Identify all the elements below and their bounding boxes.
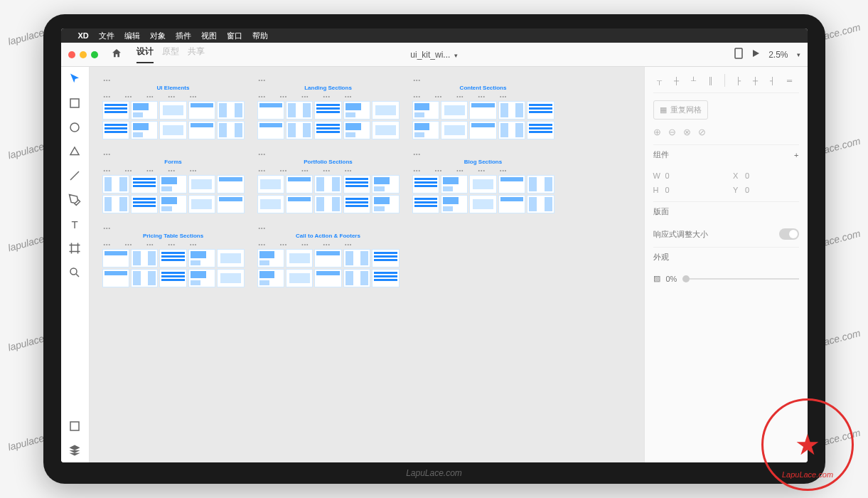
artboard[interactable] — [469, 175, 496, 194]
artboard[interactable] — [131, 175, 158, 194]
artboard[interactable] — [286, 175, 313, 194]
layers-panel-icon[interactable] — [68, 444, 81, 457]
artboard[interactable] — [314, 101, 341, 120]
artboard[interactable] — [257, 195, 284, 213]
artboard[interactable] — [257, 175, 284, 194]
minimize-button[interactable] — [80, 51, 87, 58]
artboard[interactable] — [217, 121, 244, 139]
artboard[interactable] — [257, 249, 284, 267]
artboard[interactable] — [498, 195, 525, 213]
artboard[interactable] — [159, 101, 186, 120]
assets-panel-icon[interactable] — [68, 420, 81, 433]
artboard[interactable] — [343, 249, 370, 267]
artboard[interactable] — [314, 269, 341, 287]
canvas[interactable]: •••UI Elements••••••••••••••••••Landing … — [90, 67, 644, 462]
align-vcenter-icon[interactable]: ┼ — [670, 74, 683, 87]
chevron-down-icon[interactable]: ▾ — [797, 51, 800, 58]
artboard[interactable] — [257, 101, 284, 120]
menu-help[interactable]: 帮助 — [252, 31, 268, 41]
artboard[interactable] — [527, 175, 554, 194]
artboard[interactable] — [469, 121, 496, 139]
responsive-toggle[interactable] — [779, 228, 799, 240]
rectangle-tool[interactable] — [68, 97, 81, 110]
exclude-icon[interactable]: ⊘ — [698, 127, 706, 137]
artboard[interactable] — [131, 269, 158, 287]
artboard[interactable] — [412, 121, 439, 139]
close-button[interactable] — [68, 51, 75, 58]
height-input[interactable]: 0 — [665, 186, 670, 194]
artboard[interactable] — [217, 101, 244, 120]
artboard[interactable] — [314, 249, 341, 267]
artboard[interactable] — [217, 249, 244, 267]
add-component-icon[interactable]: + — [794, 151, 798, 159]
ellipse-tool[interactable] — [68, 121, 81, 134]
artboard[interactable] — [286, 121, 313, 139]
artboard[interactable] — [527, 121, 554, 139]
width-input[interactable]: 0 — [665, 171, 670, 180]
artboard[interactable] — [188, 121, 215, 139]
artboard[interactable] — [498, 121, 525, 139]
artboard[interactable] — [131, 195, 158, 213]
artboard[interactable] — [159, 175, 186, 194]
artboard-tool[interactable] — [68, 242, 81, 255]
artboard[interactable] — [286, 101, 313, 120]
artboard[interactable] — [372, 121, 399, 139]
union-icon[interactable]: ⊕ — [653, 127, 661, 137]
artboard[interactable] — [188, 249, 215, 267]
artboard[interactable] — [257, 121, 284, 139]
artboard[interactable] — [188, 175, 215, 194]
artboard[interactable] — [412, 175, 439, 194]
artboard[interactable] — [441, 121, 468, 139]
artboard[interactable] — [286, 249, 313, 267]
menu-object[interactable]: 对象 — [150, 31, 166, 41]
artboard[interactable] — [469, 195, 496, 213]
artboard[interactable] — [314, 121, 341, 139]
menu-view[interactable]: 视图 — [201, 31, 217, 41]
repeat-grid-button[interactable]: ▦ 重复网格 — [653, 100, 708, 120]
artboard[interactable] — [412, 195, 439, 213]
artboard[interactable] — [343, 195, 370, 213]
artboard[interactable] — [217, 269, 244, 287]
opacity-value[interactable]: 0% — [666, 275, 677, 283]
artboard[interactable] — [286, 269, 313, 287]
menu-window[interactable]: 窗口 — [227, 31, 242, 41]
artboard[interactable] — [131, 249, 158, 267]
opacity-slider[interactable] — [682, 278, 798, 280]
align-bottom-icon[interactable]: ┴ — [687, 74, 700, 87]
artboard[interactable] — [469, 101, 496, 120]
artboard[interactable] — [102, 101, 129, 120]
artboard[interactable] — [498, 101, 525, 120]
artboard[interactable] — [343, 175, 370, 194]
align-right-icon[interactable]: ┤ — [766, 74, 779, 87]
artboard[interactable] — [131, 121, 158, 139]
artboard[interactable] — [102, 269, 129, 287]
artboard[interactable] — [102, 121, 129, 139]
artboard[interactable] — [372, 249, 399, 267]
line-tool[interactable] — [68, 169, 81, 182]
artboard[interactable] — [159, 249, 186, 267]
artboard[interactable] — [372, 101, 399, 120]
artboard[interactable] — [188, 269, 215, 287]
maximize-button[interactable] — [91, 51, 98, 58]
distribute-h-icon[interactable]: ═ — [783, 74, 796, 87]
menu-plugin[interactable]: 插件 — [176, 31, 191, 41]
artboard[interactable] — [217, 175, 244, 194]
device-preview-icon[interactable] — [734, 48, 743, 61]
artboard[interactable] — [441, 101, 468, 120]
tab-share[interactable]: 共享 — [188, 46, 205, 63]
align-top-icon[interactable]: ┬ — [653, 74, 666, 87]
artboard[interactable] — [102, 195, 129, 213]
artboard[interactable] — [372, 175, 399, 194]
artboard[interactable] — [102, 175, 129, 194]
artboard[interactable] — [343, 101, 370, 120]
artboard[interactable] — [343, 269, 370, 287]
intersect-icon[interactable]: ⊗ — [683, 127, 691, 137]
artboard[interactable] — [102, 249, 129, 267]
artboard[interactable] — [188, 101, 215, 120]
artboard[interactable] — [131, 101, 158, 120]
select-tool[interactable] — [68, 73, 81, 85]
artboard[interactable] — [159, 269, 186, 287]
chevron-down-icon[interactable]: ▾ — [454, 52, 458, 59]
menu-file[interactable]: 文件 — [99, 31, 114, 41]
artboard[interactable] — [441, 175, 468, 194]
